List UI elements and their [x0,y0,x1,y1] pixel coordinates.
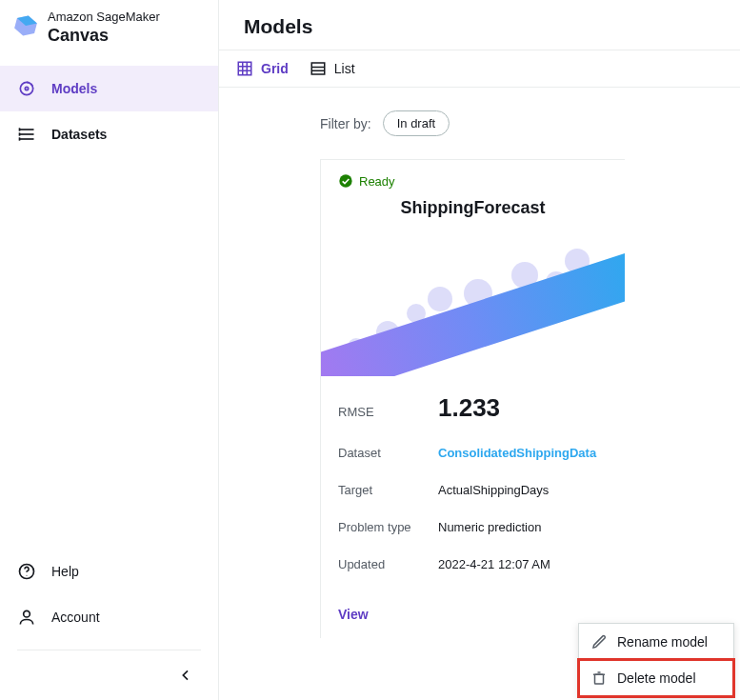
svg-rect-22 [595,674,604,684]
brand-block: Amazon SageMaker Canvas [0,0,218,60]
grid-label: Grid [261,61,289,76]
check-circle-icon [338,173,353,189]
brand-lower: Canvas [48,25,160,47]
pencil-icon [590,633,608,650]
nav-label-help: Help [51,564,79,579]
collapse-sidebar-button[interactable] [178,668,193,683]
dataset-row: Dataset ConsolidatedShippingData [338,434,608,471]
model-status: Ready [338,173,395,189]
list-label: List [334,61,355,76]
page-header: Models [219,0,740,50]
list-icon [310,60,327,77]
content-area: Filter by: In draft Ready ShippingForeca… [219,88,740,700]
datasets-icon [17,125,36,144]
model-details: RMSE 1.233 Dataset ConsolidatedShippingD… [321,382,625,592]
dataset-label: Dataset [338,446,438,460]
view-model-link[interactable]: View [338,607,369,622]
main-panel: Models Grid List Filter by: In draft [219,0,740,700]
rename-label: Rename model [617,634,708,650]
svg-point-12 [24,610,30,617]
nav-label-models: Models [51,81,97,96]
brand-upper: Amazon SageMaker [48,10,160,25]
account-icon [17,608,36,627]
grid-icon [236,60,253,77]
ptype-value: Numeric prediction [438,520,541,534]
nav-label-account: Account [51,610,100,625]
page-title: Models [244,15,715,38]
status-text: Ready [359,174,395,189]
list-view-button[interactable]: List [310,60,355,77]
model-card[interactable]: Ready ShippingForecast RMSE [320,159,625,638]
nav-item-account[interactable]: Account [0,594,218,640]
trash-icon [590,670,608,687]
target-label: Target [338,483,438,497]
filter-chip-in-draft[interactable]: In draft [383,110,450,136]
models-icon [17,79,36,98]
updated-value: 2022-4-21 12:07 AM [438,557,550,571]
metric-label: RMSE [338,405,438,419]
nav-item-datasets[interactable]: Datasets [0,111,218,157]
delete-label: Delete model [617,670,696,686]
svg-rect-13 [238,62,251,75]
svg-point-11 [27,575,28,576]
target-value: ActualShippingDays [438,483,549,497]
metric-value: 1.233 [438,393,500,423]
svg-rect-18 [311,63,325,74]
filter-label: Filter by: [320,116,371,131]
nav-item-models[interactable]: Models [0,66,218,111]
updated-row: Updated 2022-4-21 12:07 AM [338,546,608,583]
grid-view-button[interactable]: Grid [236,60,289,77]
nav-item-help[interactable]: Help [0,549,218,594]
secondary-nav: Help Account [0,549,218,690]
model-name: ShippingForecast [338,198,608,218]
primary-nav: Models Datasets [0,66,218,157]
metric-row: RMSE 1.233 [338,382,608,434]
view-toolbar: Grid List [219,50,740,88]
target-row: Target ActualShippingDays [338,471,608,509]
model-context-menu: Rename model Delete model [578,623,734,697]
delete-model-item[interactable]: Delete model [579,660,733,696]
svg-point-3 [25,87,28,90]
dataset-link[interactable]: ConsolidatedShippingData [438,446,596,460]
rename-model-item[interactable]: Rename model [579,624,733,660]
sidebar: Amazon SageMaker Canvas Models Datasets … [0,0,219,700]
filter-row: Filter by: In draft [320,110,715,136]
ptype-row: Problem type Numeric prediction [338,509,608,546]
sagemaker-logo-icon [13,13,38,38]
svg-point-21 [339,174,351,187]
nav-label-datasets: Datasets [51,127,107,142]
model-thumbnail [321,233,625,376]
help-icon [17,562,36,581]
updated-label: Updated [338,557,438,571]
ptype-label: Problem type [338,520,438,534]
